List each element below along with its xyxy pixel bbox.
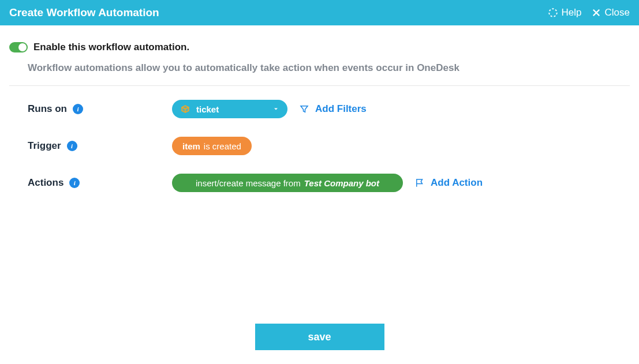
info-icon[interactable]: i: [69, 178, 80, 188]
close-icon: [591, 7, 601, 18]
actions-row: Actions i insert/create message from Tes…: [28, 174, 630, 192]
modal-header: Create Workflow Automation Help Close: [0, 0, 639, 25]
runs-on-dropdown[interactable]: ticket: [172, 100, 287, 118]
action-bot: Test Company bot: [304, 178, 379, 188]
runs-on-row: Runs on i ticket: [28, 100, 630, 118]
add-action-button[interactable]: Add Action: [414, 177, 483, 189]
trigger-label: Trigger: [28, 140, 61, 152]
trigger-label-col: Trigger i: [28, 137, 172, 152]
trigger-text: is created: [204, 141, 241, 151]
close-button[interactable]: Close: [591, 7, 630, 18]
chevron-down-icon: [272, 106, 279, 112]
close-label: Close: [605, 7, 630, 18]
info-icon[interactable]: i: [67, 141, 77, 151]
header-actions: Help Close: [548, 7, 630, 18]
help-button[interactable]: Help: [548, 7, 582, 18]
runs-on-label: Runs on: [28, 103, 67, 115]
filter-icon: [299, 104, 309, 114]
form-area: Runs on i ticket: [9, 100, 630, 192]
divider: [9, 85, 630, 86]
modal-content: Enable this workflow automation. Workflo…: [0, 25, 639, 192]
svg-point-0: [549, 9, 557, 17]
trigger-value-col: item is created: [172, 137, 252, 155]
trigger-item: item: [182, 141, 200, 151]
runs-on-label-col: Runs on i: [28, 100, 172, 115]
help-label: Help: [562, 7, 582, 18]
add-filters-label: Add Filters: [315, 103, 367, 115]
modal-title: Create Workflow Automation: [9, 6, 159, 19]
help-icon: [548, 7, 558, 18]
trigger-pill[interactable]: item is created: [172, 137, 252, 155]
actions-value-col: insert/create message from Test Company …: [172, 174, 483, 192]
action-pill[interactable]: insert/create message from Test Company …: [172, 174, 403, 192]
save-area: save: [0, 324, 639, 350]
action-prefix: insert/create message from: [196, 178, 301, 188]
enable-label: Enable this workflow automation.: [33, 42, 189, 53]
runs-on-value-col: ticket Add Filters: [172, 100, 367, 118]
enable-row: Enable this workflow automation.: [9, 42, 630, 53]
trigger-row: Trigger i item is created: [28, 137, 630, 155]
add-filters-button[interactable]: Add Filters: [299, 103, 367, 115]
info-icon[interactable]: i: [73, 104, 83, 114]
flag-icon: [414, 178, 425, 188]
runs-on-value: ticket: [196, 104, 219, 114]
enable-toggle[interactable]: [9, 42, 28, 52]
actions-label: Actions: [28, 177, 63, 189]
add-action-label: Add Action: [431, 177, 483, 189]
save-button[interactable]: save: [255, 324, 384, 350]
ticket-icon: [180, 104, 190, 114]
actions-label-col: Actions i: [28, 174, 172, 189]
description-text: Workflow automations allow you to automa…: [28, 62, 630, 85]
